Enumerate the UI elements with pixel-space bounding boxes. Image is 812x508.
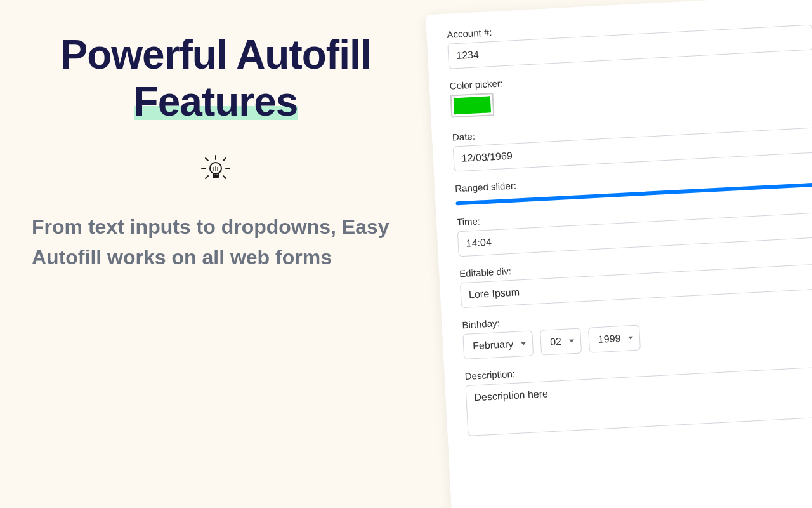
hero-title: Powerful Autofill Features — [32, 32, 400, 125]
time-group: Time: — [457, 197, 812, 257]
svg-line-8 — [206, 176, 208, 178]
editable-div-group: Editable div: Lore Ipsum — [459, 249, 812, 308]
birthday-group: Birthday: February 02 1999 — [462, 300, 812, 359]
birthday-year-select[interactable]: 1999 — [588, 325, 641, 353]
ranged-slider-group: Ranged slider: — [455, 164, 812, 205]
svg-line-7 — [223, 176, 226, 178]
birthday-month-value: February — [473, 338, 514, 352]
description-group: Description: — [464, 352, 812, 439]
color-picker-input[interactable] — [450, 93, 495, 118]
hero-title-line1: Powerful Autofill — [60, 32, 370, 77]
color-swatch-inner — [454, 96, 491, 114]
birthday-month-select[interactable]: February — [462, 330, 534, 359]
chevron-down-icon — [628, 337, 633, 340]
svg-line-5 — [223, 158, 226, 161]
account-group: Account #: — [447, 10, 812, 69]
chevron-down-icon — [521, 342, 526, 345]
birthday-day-value: 02 — [550, 336, 562, 348]
birthday-year-value: 1999 — [598, 333, 620, 345]
birthday-day-select[interactable]: 02 — [540, 328, 582, 355]
color-picker-group: Color picker: — [449, 62, 812, 121]
lightbulb-icon — [32, 150, 400, 186]
hero-subtitle: From text inputs to dropdowns, Easy Auto… — [32, 211, 400, 272]
date-group: Date: — [452, 112, 812, 171]
svg-line-6 — [206, 158, 208, 161]
chevron-down-icon — [569, 339, 574, 342]
form-panel: Account #: Color picker: Date: Ranged sl… — [426, 0, 812, 508]
hero-title-line2: Features — [134, 79, 298, 126]
